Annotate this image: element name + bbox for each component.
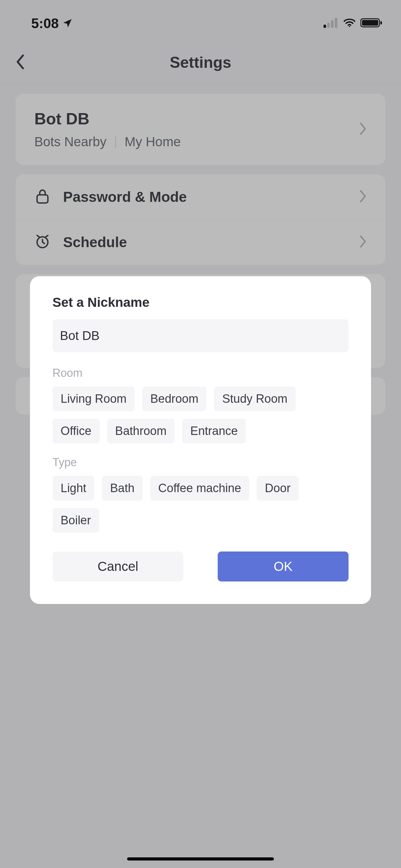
nickname-dialog: Set a Nickname Room Living Room Bedroom …: [30, 276, 371, 604]
chip-bath[interactable]: Bath: [102, 476, 142, 501]
ok-button[interactable]: OK: [218, 552, 348, 582]
type-chips: Light Bath Coffee machine Door Boiler: [53, 476, 348, 533]
nickname-input[interactable]: [53, 319, 348, 352]
dialog-actions: Cancel OK: [53, 552, 348, 582]
chip-door[interactable]: Door: [257, 476, 299, 501]
cancel-button[interactable]: Cancel: [53, 552, 183, 582]
chip-office[interactable]: Office: [53, 419, 100, 443]
dialog-title: Set a Nickname: [53, 295, 348, 310]
home-indicator[interactable]: [127, 857, 274, 861]
chip-coffee-machine[interactable]: Coffee machine: [150, 476, 249, 501]
chip-entrance[interactable]: Entrance: [182, 419, 246, 443]
chip-light[interactable]: Light: [53, 476, 94, 501]
chip-living-room[interactable]: Living Room: [53, 386, 135, 411]
chip-bedroom[interactable]: Bedroom: [142, 386, 206, 411]
chip-bathroom[interactable]: Bathroom: [107, 419, 175, 443]
room-section-label: Room: [53, 367, 348, 380]
room-chips: Living Room Bedroom Study Room Office Ba…: [53, 386, 348, 443]
chip-boiler[interactable]: Boiler: [53, 508, 99, 533]
type-section-label: Type: [53, 456, 348, 469]
chip-study-room[interactable]: Study Room: [214, 386, 295, 411]
